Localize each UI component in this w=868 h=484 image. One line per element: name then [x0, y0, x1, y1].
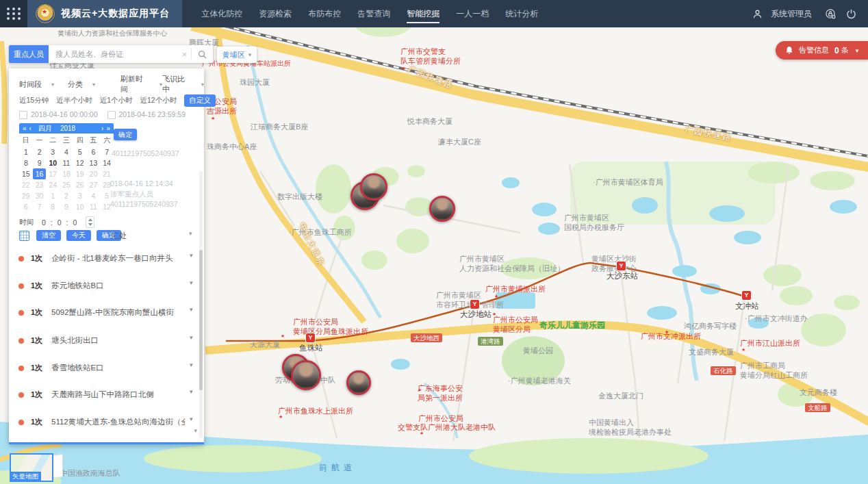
- calendar-day[interactable]: 8: [19, 157, 33, 168]
- district-dropdown[interactable]: 黄埔区 ▾: [217, 47, 257, 63]
- calendar-day[interactable]: 15: [19, 168, 33, 179]
- calendar-day[interactable]: 8: [46, 201, 60, 212]
- calendar-day[interactable]: 10: [46, 157, 60, 168]
- app-grid-button[interactable]: [0, 0, 27, 27]
- date-to[interactable]: 2018-04-16 23:59:59: [119, 110, 186, 119]
- list-item[interactable]: 1次塘头北街出口▾: [9, 330, 204, 355]
- nav-item-3[interactable]: 布防布控: [300, 0, 349, 27]
- list-end-caret-icon[interactable]: ▾: [194, 427, 197, 434]
- calendar-day[interactable]: 30: [33, 190, 47, 201]
- calendar-day[interactable]: 11: [60, 157, 73, 168]
- filter-dropdown-1[interactable]: 时间段▾: [19, 74, 68, 94]
- list-item[interactable]: 1次5112黄埔大道东-鱼珠总站向海边街（全）▾: [9, 411, 204, 436]
- person-avatar-marker[interactable]: [360, 173, 387, 201]
- calendar-icon[interactable]: [19, 111, 27, 119]
- calendar-day[interactable]: 3: [73, 190, 87, 201]
- calendar-day[interactable]: 16: [33, 168, 47, 179]
- nav-item-2[interactable]: 资源检索: [251, 0, 300, 27]
- calendar-icon[interactable]: [107, 111, 116, 119]
- calendar-day[interactable]: 13: [87, 157, 101, 168]
- nav-item-7[interactable]: 统计分析: [497, 0, 546, 27]
- clear-button[interactable]: 清空: [36, 230, 61, 241]
- today-button[interactable]: 今天: [66, 230, 91, 241]
- calendar-day[interactable]: 7: [100, 147, 114, 157]
- calendar-year[interactable]: 2018: [60, 125, 75, 132]
- calendar-day[interactable]: 23: [33, 179, 47, 190]
- calendar-day[interactable]: 2: [60, 190, 73, 201]
- calendar-day[interactable]: 22: [19, 179, 33, 190]
- calendar-day[interactable]: 4: [87, 190, 101, 201]
- custom-range-button[interactable]: 自定义: [184, 94, 216, 107]
- nav-item-4[interactable]: 告警查询: [349, 0, 398, 27]
- person-avatar-marker[interactable]: [291, 360, 321, 390]
- username[interactable]: 系统管理员: [771, 8, 812, 20]
- calendar-day[interactable]: 18: [60, 168, 73, 179]
- search-input[interactable]: [54, 49, 177, 59]
- filter-dropdown-2[interactable]: 分类▾: [68, 74, 120, 94]
- list-item[interactable]: 1次香雪地铁站E口▾: [9, 357, 204, 382]
- calendar-day[interactable]: 28: [100, 179, 114, 190]
- calendar-day[interactable]: 11: [87, 201, 101, 212]
- calendar-day[interactable]: 29: [19, 190, 33, 201]
- person-avatar-marker[interactable]: [346, 370, 371, 395]
- calendar-day[interactable]: 27: [87, 179, 101, 190]
- quick-range-3[interactable]: 近1个小时: [100, 96, 133, 105]
- calendar-day[interactable]: 5: [100, 190, 114, 201]
- prev-year-icon[interactable]: «: [23, 125, 27, 132]
- list-item[interactable]: 1次5092蟹山路-中医院东南向蟹山横街▾: [9, 302, 204, 327]
- calendar-day[interactable]: 1: [19, 147, 33, 157]
- row-expand-caret-icon[interactable]: ▾: [190, 416, 193, 422]
- calendar-day[interactable]: 19: [73, 168, 87, 179]
- security-lock-icon[interactable]: [820, 3, 841, 24]
- row-expand-caret-icon[interactable]: ▾: [190, 279, 193, 286]
- quick-range-4[interactable]: 近12个小时: [140, 96, 177, 105]
- search-category-tag[interactable]: 重点人员: [9, 45, 49, 63]
- calendar-day[interactable]: 21: [100, 168, 114, 179]
- time-hours[interactable]: 0: [42, 218, 46, 227]
- power-icon[interactable]: [841, 3, 861, 24]
- calendar-month[interactable]: 四月: [38, 124, 52, 133]
- row-expand-caret-icon[interactable]: ▾: [190, 388, 193, 395]
- calendar-day[interactable]: 25: [60, 179, 73, 190]
- nav-item-6[interactable]: 一人一档: [448, 0, 497, 27]
- user-icon[interactable]: [747, 3, 767, 24]
- calendar-day[interactable]: 9: [33, 157, 47, 168]
- calendar-day[interactable]: 24: [46, 179, 60, 190]
- calendar-day[interactable]: 5: [73, 147, 87, 157]
- search-icon[interactable]: [192, 50, 213, 59]
- calendar-day[interactable]: 3: [46, 147, 60, 157]
- scrollbar-thumb[interactable]: [199, 250, 203, 390]
- row-expand-caret-icon[interactable]: ▾: [190, 361, 193, 368]
- calendar-day[interactable]: 9: [60, 201, 73, 212]
- list-item[interactable]: 1次苏元地铁站B口▾: [9, 275, 204, 300]
- calendar-day[interactable]: 14: [100, 157, 114, 168]
- calendar-day[interactable]: 4: [60, 147, 73, 157]
- row-expand-caret-icon[interactable]: ▾: [190, 306, 193, 313]
- person-avatar-marker[interactable]: [429, 196, 455, 222]
- calendar-day[interactable]: 10: [73, 201, 87, 212]
- calendar-day[interactable]: 6: [19, 201, 33, 212]
- time-seconds[interactable]: 0: [73, 218, 77, 227]
- calendar-day[interactable]: 17: [46, 168, 60, 179]
- next-month-icon[interactable]: ›: [101, 125, 103, 132]
- alarm-chevron-icon[interactable]: ▾: [856, 47, 859, 54]
- prev-month-icon[interactable]: ‹: [29, 125, 31, 132]
- filter-dropdown-3[interactable]: 刷新时间▾: [120, 74, 162, 94]
- row-expand-caret-icon[interactable]: ▾: [189, 230, 192, 237]
- list-item[interactable]: 1次天麓南路与山下中路路口北侧▾: [9, 384, 204, 409]
- filter-dropdown-4[interactable]: 飞识比中▾: [162, 74, 204, 94]
- list-item[interactable]: 1次企岭街 - 北1巷麦岭东一巷口向井头▾: [9, 248, 204, 272]
- calendar-day[interactable]: 2: [33, 147, 47, 157]
- minimap[interactable]: 矢量地图: [10, 453, 53, 482]
- calendar-day[interactable]: 20: [87, 168, 101, 179]
- nav-item-1[interactable]: 立体化防控: [193, 0, 251, 27]
- brand-block[interactable]: ★ 视频云+大数据应用平台: [27, 0, 182, 27]
- calendar-day[interactable]: 7: [33, 201, 47, 212]
- calendar-day[interactable]: 1: [46, 190, 60, 201]
- calendar-day[interactable]: 6: [87, 147, 101, 157]
- clear-icon[interactable]: ×: [177, 49, 191, 60]
- row-expand-caret-icon[interactable]: ▾: [190, 334, 193, 341]
- date-from[interactable]: 2018-04-16 00:00:00: [31, 110, 98, 119]
- calendar-day[interactable]: 26: [73, 179, 87, 190]
- row-expand-caret-icon[interactable]: ▾: [190, 252, 193, 259]
